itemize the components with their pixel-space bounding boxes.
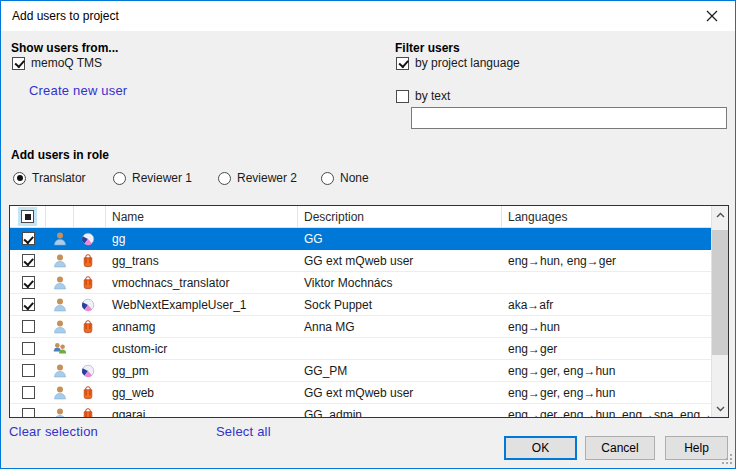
select-all-header-cell[interactable]: [10, 206, 46, 227]
reviewer-2-label: Reviewer 2: [237, 171, 297, 185]
select-all-checkbox[interactable]: [21, 210, 34, 223]
user-name: ggarai: [106, 404, 298, 417]
users-table-body: Name Description Languages gg GG gg_tran…: [10, 206, 711, 417]
none-radio[interactable]: [321, 172, 334, 185]
user-icon: [52, 297, 68, 313]
memoq-tms-label: memoQ TMS: [31, 56, 102, 70]
role-reviewer-2[interactable]: Reviewer 2: [218, 171, 297, 185]
user-name: gg_trans: [106, 250, 298, 271]
user-icon: [52, 407, 68, 418]
table-row[interactable]: custom-icr eng→ger: [10, 338, 711, 360]
role-none[interactable]: None: [321, 171, 369, 185]
table-row[interactable]: annamg Anna MG eng→hun: [10, 316, 711, 338]
translator-label: Translator: [32, 171, 86, 185]
user-languages: eng→ger: [502, 338, 711, 359]
user-name: custom-icr: [106, 338, 298, 359]
user-icon: [52, 275, 68, 291]
icon-column-header-2[interactable]: [74, 206, 106, 227]
ok-button[interactable]: OK: [504, 436, 577, 460]
filter-users-label: Filter users: [395, 41, 460, 55]
by-project-language-row[interactable]: by project language: [396, 56, 520, 70]
user-languages: eng→ger, eng→hun: [502, 360, 711, 381]
user-description: GG_admin: [298, 404, 502, 417]
by-text-row[interactable]: by text: [396, 89, 450, 103]
user-icon: [52, 363, 68, 379]
row-checkbox[interactable]: [22, 342, 35, 355]
user-icon: [52, 385, 68, 401]
user-description: GG: [298, 228, 502, 249]
add-users-in-role-label: Add users in role: [11, 148, 109, 162]
title-bar: Add users to project: [1, 1, 735, 31]
table-row[interactable]: vmochnacs_translator Viktor Mochnács: [10, 272, 711, 294]
create-new-user-link[interactable]: Create new user: [29, 83, 127, 98]
user-languages: eng→hun, eng→ger: [502, 250, 711, 271]
clear-selection-link[interactable]: Clear selection: [9, 424, 98, 439]
memoq-tms-checkbox-row[interactable]: memoQ TMS: [12, 56, 102, 70]
group-icon: [52, 341, 68, 357]
resize-grip[interactable]: [721, 454, 732, 465]
name-column-header[interactable]: Name: [106, 206, 298, 227]
translator-vest-icon: [80, 319, 96, 335]
row-checkbox[interactable]: [22, 386, 35, 399]
user-description: Sock Puppet: [298, 294, 502, 315]
role-translator[interactable]: Translator: [13, 171, 86, 185]
users-table: Name Description Languages gg GG gg_tran…: [9, 205, 729, 418]
user-description: GG ext mQweb user: [298, 250, 502, 271]
user-description: GG ext mQweb user: [298, 382, 502, 403]
scroll-down-button[interactable]: [712, 400, 729, 417]
row-checkbox[interactable]: [22, 364, 35, 377]
table-vertical-scrollbar[interactable]: [711, 206, 728, 417]
row-checkbox[interactable]: [22, 298, 35, 311]
user-languages: aka→afr: [502, 294, 711, 315]
row-checkbox[interactable]: [22, 254, 35, 267]
role-reviewer-1[interactable]: Reviewer 1: [113, 171, 192, 185]
translator-radio[interactable]: [13, 172, 26, 185]
text-filter-input[interactable]: [411, 107, 727, 129]
user-languages: eng→ger, eng→hun: [502, 382, 711, 403]
user-name: gg_web: [106, 382, 298, 403]
description-column-header[interactable]: Description: [298, 206, 502, 227]
reviewer-1-radio[interactable]: [113, 172, 126, 185]
table-row[interactable]: WebNextExampleUser_1 Sock Puppet aka→afr: [10, 294, 711, 316]
icon-column-header-1[interactable]: [46, 206, 74, 227]
by-project-language-checkbox[interactable]: [396, 57, 409, 70]
translator-vest-icon: [80, 407, 96, 418]
close-icon: [706, 10, 718, 22]
user-icon: [52, 253, 68, 269]
user-languages: eng→ger, eng→hun, eng→spa, eng→jpn: [502, 404, 711, 417]
row-checkbox[interactable]: [22, 232, 35, 245]
chevron-down-icon: [716, 406, 725, 412]
scrollbar-thumb[interactable]: [712, 230, 729, 355]
user-icon: [52, 231, 68, 247]
table-row[interactable]: gg_pm GG_PM eng→ger, eng→hun: [10, 360, 711, 382]
table-header: Name Description Languages: [10, 206, 711, 228]
user-description: [298, 338, 502, 359]
by-text-label: by text: [415, 89, 450, 103]
translator-vest-icon: [80, 385, 96, 401]
chevron-up-icon: [716, 212, 725, 218]
row-checkbox[interactable]: [22, 276, 35, 289]
reviewer-1-label: Reviewer 1: [132, 171, 192, 185]
user-name: WebNextExampleUser_1: [106, 294, 298, 315]
show-users-from-label: Show users from...: [11, 41, 118, 55]
row-checkbox[interactable]: [22, 320, 35, 333]
table-row[interactable]: ggarai GG_admin eng→ger, eng→hun, eng→sp…: [10, 404, 711, 417]
row-checkbox[interactable]: [22, 408, 35, 417]
user-name: gg: [106, 228, 298, 249]
table-row[interactable]: gg_trans GG ext mQweb user eng→hun, eng→…: [10, 250, 711, 272]
table-row[interactable]: gg_web GG ext mQweb user eng→ger, eng→hu…: [10, 382, 711, 404]
by-text-checkbox[interactable]: [396, 90, 409, 103]
user-languages: [502, 228, 711, 249]
pm-globe-icon: [80, 363, 96, 379]
help-button[interactable]: Help: [665, 436, 728, 460]
user-icon: [52, 319, 68, 335]
table-row[interactable]: gg GG: [10, 228, 711, 250]
memoq-tms-checkbox[interactable]: [12, 57, 25, 70]
select-all-link[interactable]: Select all: [216, 424, 271, 439]
reviewer-2-radio[interactable]: [218, 172, 231, 185]
scroll-up-button[interactable]: [712, 206, 729, 223]
languages-column-header[interactable]: Languages: [502, 206, 711, 227]
close-button[interactable]: [689, 2, 734, 30]
user-description: GG_PM: [298, 360, 502, 381]
cancel-button[interactable]: Cancel: [585, 436, 655, 460]
